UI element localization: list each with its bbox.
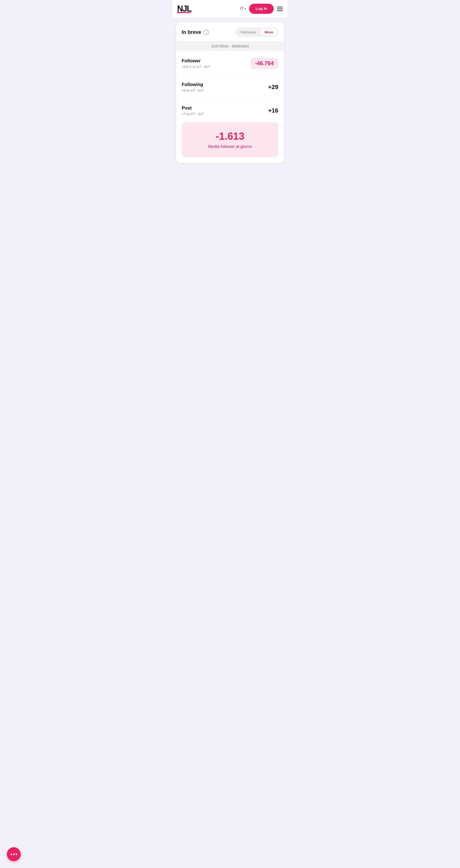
card-title-row: In breve i: [182, 29, 209, 35]
hamburger-line-2: [277, 8, 283, 9]
date-range-text: 31/07/2024 - 29/08/2024: [211, 44, 249, 48]
language-label: IT: [240, 7, 243, 11]
card-title: In breve: [182, 29, 201, 35]
stat-item-post: Post +7 vs 1/7 - 31/7 +16: [182, 99, 278, 122]
stat-item-follower: Follower +9.571 vs 1/7 - 31/7 -46.764: [182, 51, 278, 75]
chevron-down-icon: ▾: [244, 7, 246, 10]
hamburger-line-3: [277, 10, 283, 11]
stat-item-following: Following +6 vs 1/7 - 31/7 +29: [182, 75, 278, 99]
logo-text-wrapper: NJL: [177, 5, 191, 13]
hamburger-line-1: [277, 7, 283, 7]
logo: NJL: [177, 5, 191, 13]
main-content: In breve i Settimana Mese 31/07/2024 - 2…: [172, 18, 288, 167]
logo-text: NJL: [177, 5, 191, 13]
summary-card-container: In breve i Settimana Mese 31/07/2024 - 2…: [176, 22, 284, 163]
logo-underline: [177, 12, 191, 13]
stat-info-following: Following +6 vs 1/7 - 31/7: [182, 82, 204, 92]
stat-sub-follower: +9.571 vs 1/7 - 31/7: [182, 65, 210, 69]
stat-value-following: +29: [268, 84, 278, 91]
tab-mese[interactable]: Mese: [260, 28, 277, 36]
daily-average-card: -1.613 Media follower al giorno: [182, 122, 278, 157]
stat-info-post: Post +7 vs 1/7 - 31/7: [182, 105, 204, 116]
period-toggle-group: Settimana Mese: [235, 27, 278, 37]
card-header: In breve i Settimana Mese: [176, 22, 284, 41]
info-icon[interactable]: i: [203, 29, 209, 35]
stats-list: Follower +9.571 vs 1/7 - 31/7 -46.764 Fo…: [176, 51, 284, 122]
date-range-bar: 31/07/2024 - 29/08/2024: [176, 41, 284, 51]
stat-value-post: +16: [268, 107, 278, 114]
daily-average-label: Media follower al giorno: [186, 144, 274, 149]
tab-settimana[interactable]: Settimana: [236, 28, 260, 36]
daily-average-value: -1.613: [186, 130, 274, 142]
header-right: IT ▾ Log In: [240, 4, 283, 14]
stat-sub-post: +7 vs 1/7 - 31/7: [182, 112, 204, 116]
language-selector[interactable]: IT ▾: [240, 7, 246, 11]
stat-label-following: Following: [182, 82, 204, 87]
stat-label-follower: Follower: [182, 58, 210, 63]
stat-value-follower: -46.764: [251, 58, 278, 69]
login-button[interactable]: Log In: [249, 4, 274, 14]
stat-info-follower: Follower +9.571 vs 1/7 - 31/7: [182, 58, 210, 69]
stat-label-post: Post: [182, 105, 204, 111]
info-icon-symbol: i: [206, 30, 206, 34]
header: NJL IT ▾ Log In: [172, 0, 288, 18]
stat-sub-following: +6 vs 1/7 - 31/7: [182, 89, 204, 92]
hamburger-menu[interactable]: [277, 7, 283, 11]
